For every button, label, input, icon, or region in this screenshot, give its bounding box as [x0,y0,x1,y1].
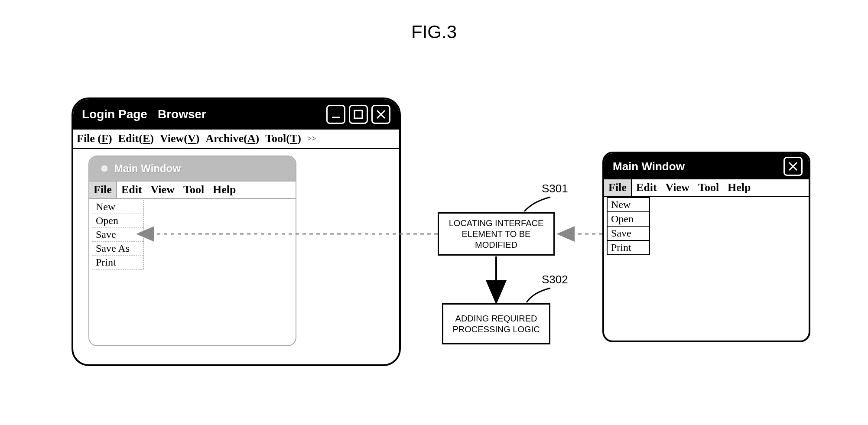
right-window-title: Main Window [613,160,685,173]
window-controls [326,105,390,124]
right-titlebar: Main Window [604,153,809,179]
inner-file-save[interactable]: Save [92,228,143,242]
menu-view[interactable]: View(V) [160,132,199,145]
inner-main-window: Main Window File Edit View Tool Help New… [88,156,296,346]
right-menu-file[interactable]: File [604,179,632,196]
login-page-browser-window: Login Page Browser File (F) Edit(E) View… [72,97,401,366]
close-icon [375,109,387,120]
right-close-button[interactable] [783,157,803,176]
step-label-s302: S302 [542,273,568,286]
maximize-button[interactable] [349,105,368,124]
minimize-button[interactable] [326,105,345,124]
inner-file-new[interactable]: New [92,200,143,214]
minimize-icon [330,109,341,120]
inner-menubar: File Edit View Tool Help [89,181,296,199]
flow-step-add-text: ADDING REQUIRED PROCESSING LOGIC [448,313,545,335]
right-file-save[interactable]: Save [608,226,649,240]
right-menu-edit[interactable]: Edit [632,179,661,196]
right-file-open[interactable]: Open [608,211,649,226]
menu-tool[interactable]: Tool(T) [265,132,301,145]
menu-archive[interactable]: Archive(A) [205,132,259,145]
maximize-icon [353,109,364,120]
inner-file-open[interactable]: Open [92,214,143,228]
right-menu-help[interactable]: Help [723,179,755,196]
inner-menu-view[interactable]: View [146,182,179,198]
right-menu-view[interactable]: View [661,179,694,196]
right-menu-tool[interactable]: Tool [694,179,723,196]
right-file-dropdown: New Open Save Print [607,197,650,255]
right-file-print[interactable]: Print [608,240,649,254]
browser-menubar: File (F) Edit(E) View(V) Archive(A) Tool… [73,130,399,149]
inner-file-print[interactable]: Print [92,256,143,269]
inner-menu-file[interactable]: File [89,182,117,198]
step-label-s301: S301 [542,182,568,195]
right-menubar: File Edit View Tool Help [604,179,809,197]
right-main-window: Main Window File Edit View Tool Help New… [602,152,810,342]
browser-title-right: Browser [158,107,206,121]
inner-file-save-as[interactable]: Save As [92,242,143,256]
inner-file-dropdown: New Open Save Save As Print [92,200,144,269]
inner-window-title: Main Window [114,162,181,175]
right-file-new[interactable]: New [608,197,649,211]
flow-step-locate-text: LOCATING INTERFACE ELEMENT TO BE MODIFIE… [443,218,549,250]
window-dot-icon [101,165,107,172]
menu-file[interactable]: File (F) [77,132,112,145]
menu-edit[interactable]: Edit(E) [118,132,154,145]
close-button[interactable] [371,105,390,124]
menu-more-icon[interactable]: >> [307,134,316,143]
flow-step-locate-box: LOCATING INTERFACE ELEMENT TO BE MODIFIE… [438,212,555,256]
inner-menu-tool[interactable]: Tool [179,182,208,198]
browser-title-left: Login Page [82,107,147,121]
flow-step-add-box: ADDING REQUIRED PROCESSING LOGIC [442,303,550,344]
inner-titlebar: Main Window [89,156,296,181]
browser-titlebar: Login Page Browser [73,99,399,130]
close-icon [787,161,799,172]
figure-title: FIG.3 [411,22,457,42]
inner-menu-edit[interactable]: Edit [117,182,146,198]
svg-rect-1 [354,110,362,118]
inner-menu-help[interactable]: Help [208,182,240,198]
